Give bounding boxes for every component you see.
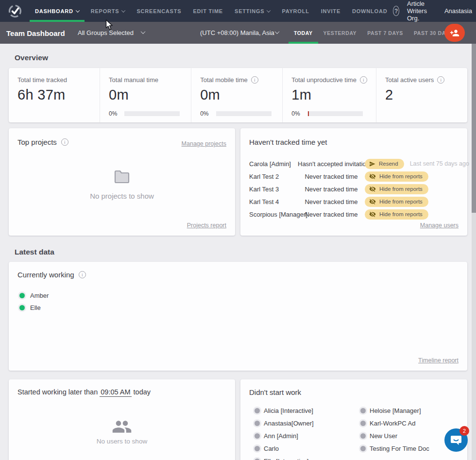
chevron-down-icon [121,8,125,12]
projects-report-link[interactable]: Projects report [187,222,226,229]
manage-projects-link[interactable]: Manage projects [182,140,226,147]
date-range-tabs: TODAY YESTERDAY PAST 7 DAYS PAST 30 DAYS [289,22,458,44]
nav-item-download[interactable]: DOWNLOAD [346,0,393,22]
nav-item-payroll[interactable]: PAYROLL [276,0,315,22]
user-status: Never tracked time [298,186,365,193]
tab-today[interactable]: TODAY [289,22,318,44]
havent-tracked-list: Carola [Admin] Hasn't accepted invitatio… [249,157,459,221]
info-icon[interactable]: i [251,76,258,84]
nav-item-edit-time[interactable]: EDIT TIME [187,0,229,22]
user-name: Testing For Time Doc [370,445,429,452]
havent-tracked-title: Haven't tracked time yet [249,138,327,146]
hide-from-reports-button[interactable]: Hide from reports [365,184,428,194]
didnt-start-title: Didn't start work [249,388,301,396]
page-title: Team Dashboard [6,29,65,37]
resend-button[interactable]: Resend [365,159,404,169]
user-name: Heloise [Manager] [370,407,421,414]
stat-label: Total active users [385,76,434,84]
list-item: Testing For Time Doc [359,444,429,453]
list-item: Alicia [Interactive] [253,407,359,415]
add-user-button[interactable] [444,24,465,42]
hide-from-reports-button[interactable]: Hide from reports [365,197,428,207]
nav-item-reports[interactable]: REPORTS [85,0,131,22]
status-dot-online [18,291,26,300]
timeline-report-link[interactable]: Timeline report [418,357,459,364]
app-logo-icon[interactable] [8,4,22,18]
tab-past-7-days[interactable]: PAST 7 DAYS [362,22,408,44]
user-name: New User [370,432,397,440]
stat-percent: 0% [291,110,300,117]
user-name[interactable]: Anastasia [444,7,472,15]
info-icon[interactable]: i [61,138,68,146]
groups-filter-value: All Groups Selected [78,29,134,36]
chat-widget-button[interactable]: 2 [444,428,468,452]
user-status: Never tracked time [298,211,365,218]
eye-off-icon [369,173,376,180]
stat-label: Total manual time [109,76,158,84]
tab-yesterday[interactable]: YESTERDAY [318,22,362,44]
user-name: Karl Test 2 [249,173,298,180]
scrollbar-thumb[interactable] [472,44,476,213]
nav-item-screencasts[interactable]: SCREENCASTS [131,0,187,22]
status-dot-offline [253,419,261,427]
list-item: Amber [18,291,459,300]
hide-from-reports-button[interactable]: Hide from reports [365,171,428,182]
nav-item-label: DOWNLOAD [352,8,387,14]
user-name: Elle [30,304,41,311]
status-dot-offline [253,444,261,453]
nav-item-settings[interactable]: SETTINGS [229,0,276,22]
nav-item-dashboard[interactable]: DASHBOARD [29,0,85,22]
table-row: Carola [Admin] Hasn't accepted invitatio… [249,157,459,170]
didnt-start-card: Didn't start work Alicia [Interactive] A… [240,379,467,460]
groups-filter-dropdown[interactable]: All Groups Selected [78,22,145,44]
stat-total-time-tracked: Total time tracked 6h 37m [9,68,100,122]
started-late-card: Started working later than 09:05 AM toda… [9,379,235,460]
stat-value: 1m [291,87,367,103]
info-icon[interactable]: i [360,76,367,84]
top-projects-title: Top projects [17,138,57,146]
person-add-icon [450,28,459,38]
scrollbar-track[interactable] [472,44,476,460]
status-dot-offline [359,407,367,415]
status-dot-offline [253,457,261,460]
nav-item-invite[interactable]: INVITE [315,0,346,22]
user-status: Never tracked time [298,198,365,205]
top-nav: DASHBOARD REPORTS SCREENCASTS EDIT TIME … [0,0,476,22]
page-header-bar: Team Dashboard All Groups Selected (UTC … [0,22,476,44]
top-projects-card: Top projects i Manage projects No projec… [9,128,235,236]
info-icon[interactable]: i [437,76,444,84]
user-name: Carola [Admin] [249,160,298,168]
nav-item-label: REPORTS [91,8,119,14]
list-item: Anastasia[Owner] [253,419,359,427]
manage-users-link[interactable]: Manage users [420,222,459,229]
nav-item-label: SCREENCASTS [136,8,181,14]
user-name: Alicia [Interactive] [264,407,313,414]
status-dot-online [18,304,26,312]
table-row: Karl Test 2 Never tracked time Hide from… [249,170,459,183]
user-status: Hasn't accepted invitation [298,160,365,168]
currently-working-card: Currently working i Amber Elle Timeline … [9,262,467,371]
info-icon[interactable]: i [79,271,86,278]
didnt-start-list: Alicia [Interactive] Anastasia[Owner] An… [249,407,459,460]
main-menu: DASHBOARD REPORTS SCREENCASTS EDIT TIME … [29,0,393,22]
user-name: Scorpious [Manager] [249,211,298,218]
org-name[interactable]: Article Writers Org. [407,0,437,22]
eye-off-icon [369,198,376,205]
nav-item-label: INVITE [321,8,340,14]
hide-from-reports-button[interactable]: Hide from reports [365,209,428,220]
nav-item-label: EDIT TIME [193,8,223,14]
user-status: Never tracked time [298,173,365,180]
stat-total-manual-time: Total manual time 0m 0% [100,68,191,122]
stat-total-unproductive-time: Total unproductive time i 1m 0% [283,68,376,122]
chevron-down-icon [275,29,280,34]
eye-off-icon [369,186,376,192]
list-item: Elle [Interactive] [253,457,359,460]
timezone-dropdown[interactable]: (UTC +08:00) Manila, Asia [200,22,279,44]
progress-bar [216,111,272,116]
no-projects-text: No projects to show [9,192,235,200]
late-time-value[interactable]: 09:05 AM [100,388,131,397]
progress-bar [307,111,363,116]
help-icon[interactable]: ? [393,6,399,16]
currently-working-title: Currently working [17,271,74,279]
nav-item-label: PAYROLL [282,8,309,14]
